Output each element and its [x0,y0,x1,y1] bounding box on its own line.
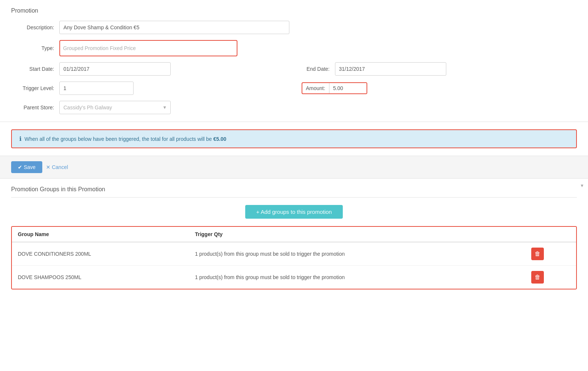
info-amount: €5.00 [213,136,226,142]
parent-store-label: Parent Store: [11,105,59,110]
end-date-input[interactable] [335,62,446,76]
action-bar: ✔ Save ✕ Cancel [0,156,588,179]
add-groups-button[interactable]: + Add groups to this promotion [245,205,343,219]
start-date-label: Start Date: [11,66,59,72]
type-row: Type: Grouped Promotion Fixed Price ▼ [11,40,577,56]
type-select[interactable]: Grouped Promotion Fixed Price [63,42,234,54]
trigger-qty-cell-1: 1 product(s) from this group must be sol… [189,242,525,266]
info-banner: ℹ When all of the groups below have been… [11,129,577,148]
info-text-before: When all of the groups below have been t… [24,136,213,142]
col-actions [525,227,576,242]
info-text: When all of the groups below have been t… [24,136,226,142]
promotion-section: Promotion Description: Type: Grouped Pro… [0,0,588,122]
dates-row: Start Date: End Date: [11,62,577,76]
add-groups-wrapper: + Add groups to this promotion [11,205,577,219]
action-cell-1: 🗑 [525,242,576,266]
type-field-wrapper: Grouped Promotion Fixed Price ▼ [59,40,237,56]
trigger-qty-cell-2: 1 product(s) from this group must be sol… [189,266,525,289]
trigger-group: Trigger Level: [11,82,302,95]
description-label: Description: [11,24,59,30]
col-trigger-qty: Trigger Qty [189,227,525,242]
end-date-group: End Date: [302,62,577,76]
amount-wrapper: Amount: [302,82,367,94]
groups-table-head: Group Name Trigger Qty [12,227,576,242]
table-row: DOVE CONDITIONERS 200ML 1 product(s) fro… [12,242,576,266]
delete-button-2[interactable]: 🗑 [531,271,544,284]
groups-table: Group Name Trigger Qty DOVE CONDITIONERS… [12,227,576,289]
groups-table-body: DOVE CONDITIONERS 200ML 1 product(s) fro… [12,242,576,289]
end-date-label: End Date: [302,66,335,72]
group-name-cell-2: DOVE SHAMPOOS 250ML [12,266,189,289]
info-icon: ℹ [19,135,22,142]
group-name-cell-1: DOVE CONDITIONERS 200ML [12,242,189,266]
trigger-level-input[interactable] [59,82,134,95]
groups-section-title: Promotion Groups in this Promotion [11,186,577,198]
amount-input[interactable] [329,83,367,93]
page-wrapper: Promotion Description: Type: Grouped Pro… [0,0,588,371]
parent-store-row: Parent Store: Cassidy's Ph Galway ▼ [11,101,577,114]
amount-group: Amount: [302,82,577,94]
col-group-name: Group Name [12,227,189,242]
parent-store-wrapper: Cassidy's Ph Galway ▼ [59,101,171,114]
description-input[interactable] [59,21,289,34]
action-cell-2: 🗑 [525,266,576,289]
trigger-amount-row: Trigger Level: Amount: [11,82,577,95]
type-label: Type: [11,45,59,51]
trigger-label: Trigger Level: [11,85,59,91]
trash-icon-1: 🗑 [535,251,541,257]
trash-icon-2: 🗑 [535,274,541,281]
table-row: DOVE SHAMPOOS 250ML 1 product(s) from th… [12,266,576,289]
start-date-group: Start Date: [11,62,302,76]
groups-table-header-row: Group Name Trigger Qty [12,227,576,242]
save-button[interactable]: ✔ Save [11,161,42,173]
cancel-button[interactable]: ✕ Cancel [46,164,68,170]
amount-label: Amount: [302,83,329,93]
start-date-input[interactable] [59,62,171,76]
promotion-title: Promotion [11,7,577,14]
description-row: Description: [11,21,577,34]
parent-store-select[interactable]: Cassidy's Ph Galway [59,101,171,114]
delete-button-1[interactable]: 🗑 [531,248,544,260]
groups-section: Promotion Groups in this Promotion + Add… [0,179,588,297]
groups-table-wrapper: Group Name Trigger Qty DOVE CONDITIONERS… [11,226,577,289]
